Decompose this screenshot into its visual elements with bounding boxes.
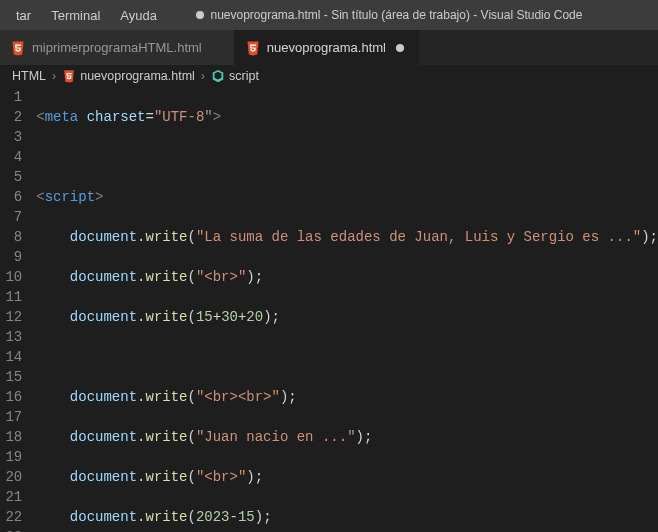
- line-number: 10: [0, 267, 22, 287]
- line-number: 4: [0, 147, 22, 167]
- line-number: 20: [0, 467, 22, 487]
- line-number: 7: [0, 207, 22, 227]
- tab-miprimerprograma[interactable]: miprimerprogramaHTML.html: [0, 30, 235, 65]
- title-text: nuevoprograma.html - Sin título (área de…: [210, 8, 582, 22]
- line-number: 19: [0, 447, 22, 467]
- line-number: 18: [0, 427, 22, 447]
- line-number: 21: [0, 487, 22, 507]
- line-number: 5: [0, 167, 22, 187]
- tab-nuevoprograma[interactable]: nuevoprograma.html: [235, 30, 419, 65]
- code-content[interactable]: <meta charset="UTF-8"> <script> document…: [36, 87, 658, 532]
- line-number: 17: [0, 407, 22, 427]
- dirty-indicator-icon[interactable]: [392, 40, 408, 56]
- line-number: 22: [0, 507, 22, 527]
- menu-item-terminal[interactable]: Terminal: [43, 4, 108, 27]
- breadcrumb-file-label: nuevoprograma.html: [80, 69, 195, 83]
- line-number: 9: [0, 247, 22, 267]
- line-number: 8: [0, 227, 22, 247]
- dirty-indicator-icon: [196, 11, 204, 19]
- close-icon[interactable]: [208, 40, 224, 56]
- menu-item-help[interactable]: Ayuda: [112, 4, 165, 27]
- tabbar: miprimerprogramaHTML.html nuevoprograma.…: [0, 30, 658, 65]
- breadcrumb-root[interactable]: HTML: [12, 69, 46, 83]
- line-number: 3: [0, 127, 22, 147]
- tab-label: nuevoprograma.html: [267, 40, 386, 55]
- symbol-icon: [211, 69, 225, 83]
- breadcrumbs[interactable]: HTML › nuevoprograma.html › script: [0, 65, 658, 87]
- breadcrumb-file[interactable]: nuevoprograma.html: [62, 69, 195, 83]
- menubar: tar Terminal Ayuda nuevoprograma.html - …: [0, 0, 658, 30]
- line-number-gutter: 1 2 3 4 5 6 7 8 9 10 11 12 13 14 15 16 1…: [0, 87, 36, 532]
- html-file-icon: [10, 40, 26, 56]
- line-number: 23: [0, 527, 22, 532]
- code-editor[interactable]: 1 2 3 4 5 6 7 8 9 10 11 12 13 14 15 16 1…: [0, 87, 658, 532]
- menu-item[interactable]: tar: [8, 4, 39, 27]
- html-file-icon: [62, 69, 76, 83]
- line-number: 13: [0, 327, 22, 347]
- chevron-right-icon: ›: [52, 69, 56, 83]
- line-number: 2: [0, 107, 22, 127]
- line-number: 6: [0, 187, 22, 207]
- line-number: 16: [0, 387, 22, 407]
- line-number: 11: [0, 287, 22, 307]
- html-file-icon: [245, 40, 261, 56]
- tab-label: miprimerprogramaHTML.html: [32, 40, 202, 55]
- window-title: nuevoprograma.html - Sin título (área de…: [169, 8, 650, 22]
- chevron-right-icon: ›: [201, 69, 205, 83]
- line-number: 1: [0, 87, 22, 107]
- line-number: 12: [0, 307, 22, 327]
- line-number: 14: [0, 347, 22, 367]
- breadcrumb-symbol-label: script: [229, 69, 259, 83]
- breadcrumb-symbol[interactable]: script: [211, 69, 259, 83]
- line-number: 15: [0, 367, 22, 387]
